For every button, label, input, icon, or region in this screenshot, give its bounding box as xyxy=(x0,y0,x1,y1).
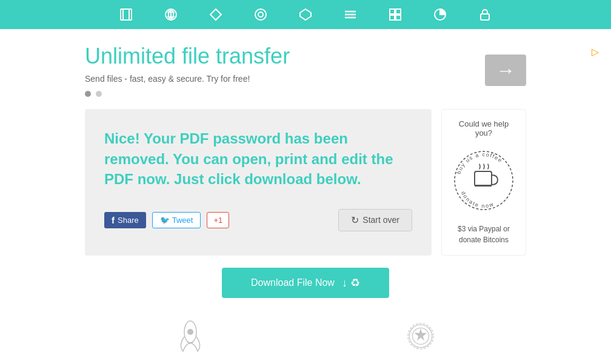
result-message: Nice! Your PDF password has been removed… xyxy=(104,128,412,190)
crop-icon[interactable] xyxy=(119,8,133,21)
rocket-icon xyxy=(172,315,209,357)
svg-rect-16 xyxy=(396,15,401,20)
banner-title: Unlimited file transfer xyxy=(85,44,473,69)
svg-rect-18 xyxy=(481,14,489,20)
refresh-icon: ↻ xyxy=(351,214,359,226)
facebook-icon: f xyxy=(112,215,115,225)
svg-rect-22 xyxy=(475,171,492,186)
arrow-right-icon: → xyxy=(496,59,515,82)
svg-marker-28 xyxy=(415,328,427,340)
coffee-donation-graphic[interactable]: buy us a coffee donate now xyxy=(450,147,517,214)
content-section: Nice! Your PDF password has been removed… xyxy=(85,109,526,256)
tag-icon[interactable] xyxy=(299,8,312,21)
top-navigation xyxy=(0,0,611,29)
main-area: Unlimited file transfer Send files - fas… xyxy=(0,29,611,364)
svg-rect-13 xyxy=(390,9,395,14)
menu-icon[interactable] xyxy=(344,8,357,21)
gplus-label: +1 xyxy=(213,216,222,225)
svg-rect-23 xyxy=(475,185,492,187)
rocket-icon-wrap xyxy=(172,315,209,357)
svg-rect-14 xyxy=(396,9,401,14)
svg-text:donate now: donate now xyxy=(460,190,495,209)
banner-subtitle: Send files - fast, easy & secure. Try fo… xyxy=(85,74,473,84)
twitter-tweet-button[interactable]: 🐦 Tweet xyxy=(152,212,201,228)
twitter-icon: 🐦 xyxy=(160,216,170,225)
bottom-decorative-icons xyxy=(85,315,526,364)
trophy-icon xyxy=(402,315,439,357)
lock-icon[interactable] xyxy=(478,8,492,21)
download-label: Download File Now xyxy=(251,277,335,288)
layers-icon[interactable] xyxy=(254,8,267,21)
dot-1[interactable] xyxy=(85,91,91,97)
start-over-button[interactable]: ↻ Start over xyxy=(338,209,412,231)
svg-marker-9 xyxy=(300,9,311,20)
download-button[interactable]: Download File Now ↓ ♻ xyxy=(222,268,389,298)
donate-sidebar: Could we help you? buy us a coffee donat… xyxy=(441,109,526,256)
chart-icon[interactable] xyxy=(433,8,447,21)
sidebar-donate-text[interactable]: $3 via Paypal or donate Bitcoins xyxy=(452,223,516,245)
svg-rect-0 xyxy=(121,9,132,20)
grid-icon[interactable] xyxy=(389,8,402,21)
download-section: Download File Now ↓ ♻ xyxy=(85,268,526,298)
banner-next-button[interactable]: → xyxy=(485,55,526,86)
sidebar-help-text: Could we help you? xyxy=(452,119,516,137)
svg-rect-15 xyxy=(390,15,395,20)
share-label: Share xyxy=(118,216,139,225)
download-icons: ↓ ♻ xyxy=(342,276,360,290)
gplus-button[interactable]: +1 xyxy=(207,212,229,228)
result-actions: f Share 🐦 Tweet +1 ↻ Start over xyxy=(104,209,412,231)
result-box: Nice! Your PDF password has been removed… xyxy=(85,109,432,256)
start-over-label: Start over xyxy=(362,215,399,225)
dot-2[interactable] xyxy=(96,91,102,97)
trophy-icon-wrap xyxy=(402,315,439,357)
ad-icon[interactable]: ▷ xyxy=(592,46,599,58)
diamond-icon[interactable] xyxy=(209,8,222,21)
facebook-share-button[interactable]: f Share xyxy=(104,212,146,228)
tweet-label: Tweet xyxy=(172,216,193,225)
svg-point-25 xyxy=(187,329,193,335)
banner-text: Unlimited file transfer Send files - fas… xyxy=(85,44,473,97)
svg-marker-6 xyxy=(210,9,221,20)
globe-icon[interactable] xyxy=(164,8,178,21)
svg-point-8 xyxy=(258,12,263,17)
banner: Unlimited file transfer Send files - fas… xyxy=(85,29,526,103)
banner-dots xyxy=(85,91,473,97)
svg-point-7 xyxy=(255,9,266,20)
